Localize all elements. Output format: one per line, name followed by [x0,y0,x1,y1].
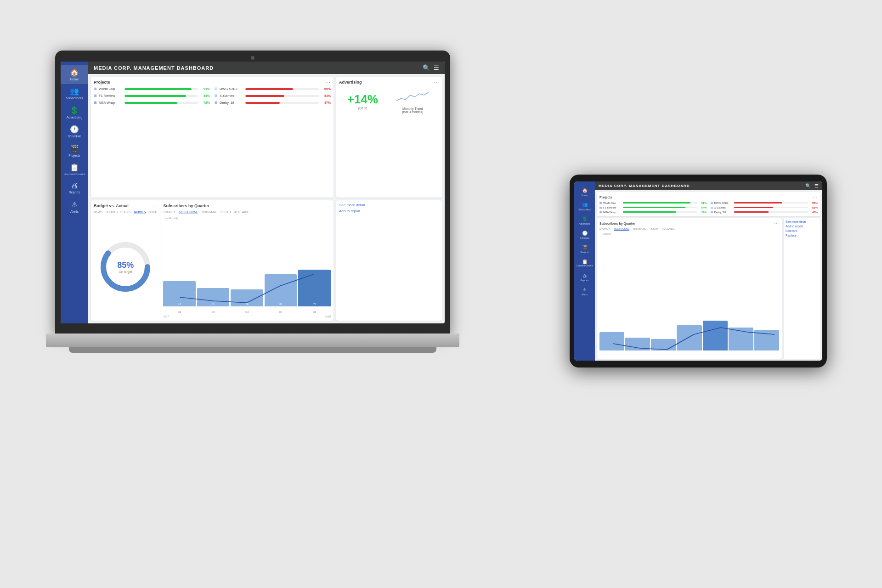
sidebar-item-schedule[interactable]: 🕐 Schedule [61,122,88,141]
tablet-edit-card-link[interactable]: Edit card [786,229,819,232]
sidebar-label-subscribers: Subscribers [66,96,83,100]
sidebar-item-subscribers[interactable]: 👥 Subscribers [61,84,88,103]
tablet-progfill-nbawrap [623,211,676,213]
tablet-projects-icon: 🎬 [582,245,588,250]
tablet-sub-tab-sydney[interactable]: SYDNEY [599,227,610,231]
tablet-projects-menu[interactable]: ··· [813,195,818,199]
tablet-name-derby: Derby '18 [714,211,733,214]
advertising-card: Advertising ··· +14% (QTD) [336,77,442,198]
tablet-sub-header: Subscribers by Quarter ··· [599,221,779,226]
project-row-f1review: ⊞ F1 Review 84% [94,94,210,98]
project-icon-dwg: ⊞ [215,87,218,91]
donut-label: On target [117,270,134,273]
progress-worldcup [124,88,198,90]
sidebar-item-reports[interactable]: 🖨 Reports [61,179,88,197]
tablet-sub-tab-melbourne[interactable]: MELBOURNE [614,227,630,231]
project-row-nbawrap: ⊞ NBA Wrap 72% [94,101,210,105]
tablet-replace-link[interactable]: Replace [786,234,819,237]
project-name-xgames: X-Games [220,94,243,98]
subscribers-section: Subscribers by Quarter ··· SYDNEY MELBOU… [160,203,331,318]
budget-tab-news[interactable]: NEWS [94,210,103,214]
tablet-sidebar-reports[interactable]: 🖨 Reports [574,270,595,284]
tablet-sidebar-advertising[interactable]: 💲 Advertising [574,214,595,228]
progress-derby [245,102,319,104]
progress-dwg [245,88,319,90]
budget-tab-docu[interactable]: DOCU [148,210,157,214]
sub-tab-adelaide[interactable]: ADELAIDE [234,210,249,214]
tablet-sub-tab-brisbane[interactable]: BRISBANE [633,227,646,231]
progress-f1review [124,95,198,97]
budget-tab-series[interactable]: SERIES [120,210,131,214]
tablet-sidebar-label-alerts: Alerts [582,293,588,296]
progress-xgames [245,95,319,97]
tablet-sidebar: 🏠 Home 👥 Subscribers 💲 Advertising 🕐 Sch… [574,181,595,361]
tablet-prog-f1review [623,207,697,208]
tablet-sidebar-alerts[interactable]: ⚠ Alerts [574,284,595,299]
tablet-icon-f1review: ⊞ [599,206,602,209]
tablet-sidebar-projects[interactable]: 🎬 Projects [574,242,595,256]
sidebar-item-alerts[interactable]: ⚠ Alerts [61,198,88,216]
project-row-dwg: ⊞ DWG S2E3 65% [215,87,331,91]
tablet-name-xgames: X-Games [714,206,733,209]
see-more-detail-link[interactable]: See more detail [339,203,439,207]
menu-icon[interactable]: ☰ [434,64,439,71]
x-label-q4: Q4 [265,311,297,313]
budget-tab-movies[interactable]: MOVIES [134,210,146,214]
tablet-sidebar-schedule[interactable]: 🕐 Schedule [574,228,595,242]
tablet-menu-icon[interactable]: ☰ [814,183,819,188]
advertising-card-title: Advertising [339,80,362,85]
sub-tab-brisbane[interactable]: BRISBANE [202,210,217,214]
tablet-row-worldcup: ⊞ World Cup 91% [599,201,707,204]
search-icon[interactable]: 🔍 [423,64,430,71]
tablet-progfill-f1review [623,207,685,208]
advertising-percent: +14% [347,92,378,107]
sidebar-item-licensed-content[interactable]: 📋 Licensed Content [61,160,88,179]
tablet-sidebar-home[interactable]: 🏠 Home [574,185,595,199]
tablet-sub-tab-adelaide[interactable]: ADELAIDE [662,227,674,231]
tablet-header-icons: 🔍 ☰ [805,183,819,188]
budget-tab-sports[interactable]: SPORTS [106,210,118,214]
sub-tab-perth[interactable]: PERTH [220,210,231,214]
project-icon-f1review: ⊞ [94,94,97,98]
pct-xgames: 53% [321,94,331,97]
projects-card-header: Projects ··· [94,79,331,85]
projects-card-menu[interactable]: ··· [325,79,331,85]
add-to-report-link[interactable]: Add to report [339,209,439,213]
tablet-sub-tab-perth[interactable]: PERTH [650,227,658,231]
subscribers-card-menu[interactable]: ··· [325,203,331,209]
projects-icon: 🎬 [70,144,79,153]
project-name-worldcup: World Cup [99,87,123,91]
tablet-device: 🏠 Home 👥 Subscribers 💲 Advertising 🕐 Sch… [570,175,827,368]
tablet-search-icon[interactable]: 🔍 [805,183,811,188]
tablet-bottom-row: Subscribers by Quarter ··· SYDNEY MELBOU… [597,218,820,359]
tablet-see-more-link[interactable]: See more detail [786,220,819,223]
subscribers-icon: 👥 [70,87,79,96]
sidebar-item-advertising[interactable]: 💲 Advertising [61,103,88,122]
tablet-sidebar-subscribers[interactable]: 👥 Subscribers [574,199,595,214]
sidebar-item-home[interactable]: 🏠 Home [61,65,88,84]
tablet-sidebar-licensed[interactable]: 📋 Licensed Content [574,256,595,270]
sub-tab-melbourne[interactable]: MELBOURNE [179,210,198,214]
donut-pct: 85% [117,260,134,270]
sidebar-item-projects[interactable]: 🎬 Projects [61,141,88,160]
tablet-sidebar-label-subscribers: Subscribers [578,208,590,211]
project-icon-xgames: ⊞ [215,94,218,98]
advertising-card-menu[interactable]: ··· [434,79,439,85]
alerts-icon: ⚠ [71,200,78,209]
progress-nbawrap [124,102,198,104]
project-row-worldcup: ⊞ World Cup 91% [94,87,210,91]
budget-card-menu[interactable]: ··· [152,203,157,209]
tablet-name-worldcup: World Cup [603,202,622,204]
projects-grid: ⊞ World Cup 91% ⊞ F1 Review [94,87,331,105]
tablet-sub-menu[interactable]: ··· [774,221,779,226]
budget-card-header: Budget vs. Actual ··· [94,203,157,209]
tablet-screen: 🏠 Home 👥 Subscribers 💲 Advertising 🕐 Sch… [574,181,822,361]
sub-tab-sydney[interactable]: SYDNEY [163,210,175,214]
donut-container: 85% On target [94,216,157,318]
tablet-progfill-xgames [734,207,774,208]
project-row-xgames: ⊞ X-Games 53% [215,94,331,98]
tablet-projects-title: Projects [599,196,612,199]
project-name-f1review: F1 Review [99,94,123,98]
tablet-add-to-report-link[interactable]: Add to report [786,225,819,228]
tablet-pct-derby: 47% [809,211,818,214]
